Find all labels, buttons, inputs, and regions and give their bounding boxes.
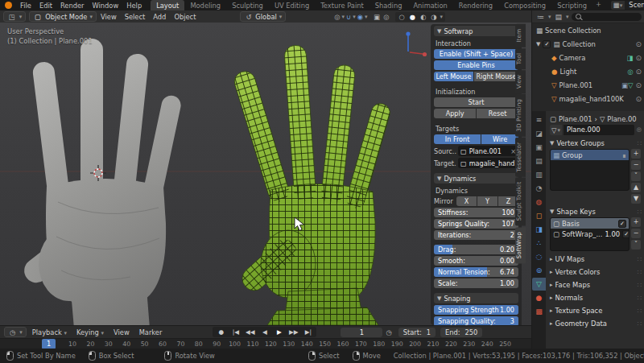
frame-start-field[interactable]: Start:1 (398, 328, 436, 337)
constraint-properties-tab[interactable]: ⊚ (532, 264, 546, 277)
normal-tension-slider[interactable]: Normal Tension:6.74 (434, 267, 518, 277)
shading-material-icon[interactable]: ◐ (419, 13, 427, 21)
mesh-data-dropdown[interactable]: ▽▾ (550, 125, 562, 135)
output-properties-tab[interactable]: ▤ (532, 155, 546, 167)
world-properties-tab[interactable]: ◍ (532, 196, 546, 208)
menu-object[interactable]: Object (170, 13, 200, 21)
menu-select[interactable]: Select (121, 13, 150, 21)
lock-icon[interactable]: ∎ (622, 151, 626, 159)
vertex-group-row[interactable]: ▦ Group ∎ (551, 150, 629, 160)
tab-uv-editing[interactable]: UV Editing (269, 0, 315, 10)
remove-shape-key-button[interactable]: − (631, 229, 641, 238)
vertex-colors-panel-header[interactable]: ▸Vertex Colors∷ (550, 266, 642, 277)
timeline-ruler[interactable]: 1 10203040506070809010011012013014015016… (0, 338, 531, 349)
next-keyframe-button[interactable]: ▶▶ (287, 328, 300, 336)
start-button[interactable]: Start (434, 97, 518, 107)
properties-editor-type-icon[interactable]: ≡ (532, 113, 546, 126)
in-front-button[interactable]: In Front (434, 134, 481, 144)
orientation-dropdown[interactable]: ↺Global▾ (240, 11, 286, 22)
shape-keys-panel-header[interactable]: ▼Shape Keys∷ (550, 206, 642, 217)
blender-logo-icon[interactable] (5, 2, 12, 9)
menu-marker[interactable]: Marker (135, 328, 167, 336)
shading-wireframe-icon[interactable]: ○ (398, 13, 407, 21)
particle-properties-tab[interactable]: ∴ (532, 237, 546, 250)
softwrap-panel-header[interactable]: ▼Softwrap (434, 26, 518, 36)
reset-button[interactable]: Reset (477, 109, 518, 118)
outliner-filter-icon[interactable]: ≔ (535, 13, 546, 21)
uv-maps-panel-header[interactable]: ▸UV Maps∷ (550, 254, 642, 264)
springs-quality-slider[interactable]: Springs Quality:107 (434, 219, 518, 229)
outliner-row-plane001[interactable]: ▽ Plane.001 ▣▽ ⊙ (532, 78, 644, 92)
stiffness-slider[interactable]: Stiffness:100 (434, 208, 518, 217)
apply-button[interactable]: Apply (434, 109, 476, 118)
menu-view[interactable]: View (109, 328, 134, 336)
move-group-up-button[interactable]: ▲ (631, 183, 641, 192)
shading-solid-icon[interactable]: ● (408, 13, 417, 21)
object-data-properties-tab[interactable]: ▽ (532, 278, 546, 291)
shape-key-specials-button[interactable]: ˅ (631, 240, 641, 250)
auto-keying-button[interactable]: ● (214, 328, 228, 336)
shape-keys-listbox[interactable]: ▢ Basis ✓ ▢ SoftWrap_... 1.00✓ (550, 217, 630, 251)
proportional-edit-icon[interactable]: ◉ (356, 13, 365, 21)
render-properties-tab[interactable]: ▣ (532, 141, 546, 154)
face-maps-panel-header[interactable]: ▸Face Maps∷ (550, 279, 642, 290)
breadcrumb-data-name[interactable]: Plane.00 (607, 115, 636, 123)
timeline-editor-dropdown[interactable]: ◷▾ (4, 327, 27, 337)
smooth-slider[interactable]: Smooth:0.00 (434, 256, 518, 266)
mirror-y-button[interactable]: Y (477, 196, 497, 206)
enable-button[interactable]: Enable (Shift + Space) (434, 49, 518, 59)
modifier-properties-tab[interactable]: ◨ (532, 223, 546, 236)
collection-checkbox[interactable]: ✓ (543, 40, 551, 48)
tab-texture-paint[interactable]: Texture Paint (315, 0, 369, 10)
outliner-row-collection[interactable]: ▼ ✓ ▤ Collection ⊙ (532, 37, 644, 51)
outliner-search-input[interactable] (584, 13, 638, 20)
mirror-x-button[interactable]: X (456, 196, 477, 206)
visibility-eye-icon[interactable]: ⊙ (635, 95, 642, 103)
scale-slider[interactable]: Scale:1.00 (434, 278, 518, 288)
snapping-quality-slider[interactable]: Snapping Quality:3 (434, 316, 518, 325)
move-group-down-button[interactable]: ▼ (631, 194, 641, 204)
visibility-eye-icon[interactable]: ⊙ (635, 54, 642, 62)
texture-properties-tab[interactable]: ▩ (532, 305, 546, 318)
shape-key-row-basis[interactable]: ▢ Basis ✓ (551, 218, 629, 229)
left-mouse-button[interactable]: Left Mouse (434, 72, 473, 81)
shading-rendered-icon[interactable]: ◑ (429, 13, 438, 21)
enable-pins-button[interactable]: Enable Pins (434, 60, 518, 70)
material-properties-tab[interactable]: ● (532, 291, 546, 304)
menu-view[interactable]: View (97, 13, 121, 21)
wire-button[interactable]: Wire (481, 134, 518, 144)
tab-modeling[interactable]: Modeling (184, 0, 226, 10)
visibility-eye-icon[interactable]: ⊙ (635, 81, 642, 89)
menu-help[interactable]: Help (122, 2, 146, 10)
tab-rendering[interactable]: Rendering (453, 0, 498, 10)
shape-key-row-softwrap[interactable]: ▢ SoftWrap_... 1.00✓ (551, 229, 629, 239)
frame-end-field[interactable]: End:250 (440, 328, 482, 337)
snapping-strength-slider[interactable]: Snapping Strength1.00 (434, 305, 518, 315)
previous-keyframe-button[interactable]: ◀◀ (243, 328, 257, 336)
object-properties-tab[interactable]: ◻ (532, 209, 546, 222)
sidebar-tab-sculpt-toolkit[interactable]: Sculpt Toolkit (515, 177, 526, 225)
visibility-eye-icon[interactable]: ⊙ (635, 40, 642, 48)
outliner-search[interactable] (572, 13, 642, 21)
source-field[interactable]: ▢Plane.001× (458, 146, 518, 156)
menu-window[interactable]: Window (89, 2, 123, 10)
add-shape-key-button[interactable]: + (631, 217, 641, 227)
sidebar-tab-tool[interactable]: Tool (515, 48, 526, 69)
pivot-point-icon[interactable]: ◎ (332, 13, 341, 21)
mini-axis-gizmo[interactable] (406, 31, 427, 56)
sidebar-tab-item[interactable]: Item (515, 24, 526, 47)
editor-type-dropdown[interactable]: ◳▾ (3, 11, 26, 22)
tab-layout[interactable]: Layout (151, 0, 184, 10)
play-reverse-button[interactable]: ◀ (258, 328, 271, 336)
vertex-groups-listbox[interactable]: ▦ Group ∎ (550, 149, 630, 191)
overlays-toggle-icon[interactable]: ◎ (382, 13, 390, 21)
outliner-display-mode-icon[interactable]: ▤ (554, 13, 564, 21)
physics-properties-tab[interactable]: ◌ (532, 250, 546, 263)
add-workspace-button[interactable]: + (592, 0, 605, 10)
iterations-slider[interactable]: Iterations:2 (434, 230, 518, 240)
target-field[interactable]: ▢magalie_hand10...× (458, 158, 518, 168)
expand-icon[interactable]: ▼ (536, 41, 540, 47)
outliner-row-magalie-hand[interactable]: ▽ magalie_hand100K ⊙ (532, 92, 644, 105)
target-hand-mesh[interactable] (19, 39, 183, 325)
breadcrumb-object-name[interactable]: Plane.001 (559, 115, 592, 123)
